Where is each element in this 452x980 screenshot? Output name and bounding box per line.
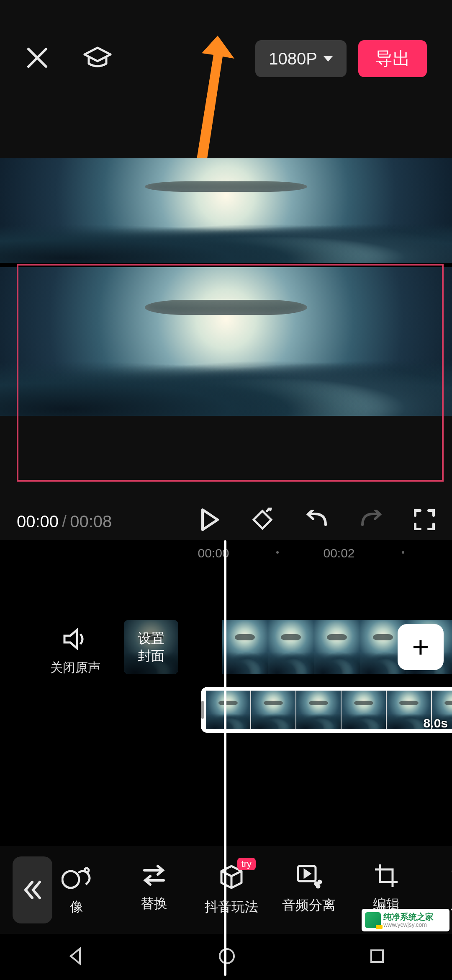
playback-controls — [199, 508, 435, 536]
watermark-logo — [365, 912, 381, 928]
add-clip-button[interactable]: + — [398, 624, 444, 670]
watermark: 纯净系统之家 www.ycwjsy.com — [362, 909, 449, 931]
chevron-left-double-icon — [23, 879, 42, 900]
play-button[interactable] — [199, 508, 220, 535]
set-cover-button[interactable]: 设置 封面 — [124, 620, 178, 674]
crop-icon — [374, 864, 398, 888]
ruler-tick — [402, 551, 404, 554]
nav-back[interactable] — [67, 947, 85, 967]
replace-icon — [140, 864, 168, 887]
mute-original-audio[interactable]: 关闭原声 — [46, 628, 105, 676]
tool-label: 替换 — [141, 895, 167, 913]
svg-point-7 — [62, 871, 79, 888]
tool-label: 层级 — [450, 895, 452, 914]
speaker-icon — [63, 628, 88, 650]
top-bar-right: 1080P 导出 — [255, 40, 427, 77]
watermark-url: www.ycwjsy.com — [383, 922, 434, 928]
tool-label: 像 — [70, 898, 83, 916]
fullscreen-button[interactable] — [413, 509, 435, 534]
clip-thumbnail — [268, 620, 314, 674]
watermark-title: 纯净系统之家 — [383, 913, 434, 921]
nav-home[interactable] — [218, 947, 236, 967]
mirror-icon — [62, 864, 92, 890]
ruler-mark: 00:02 — [323, 546, 354, 560]
playback-bar: 00:00 / 00:08 — [0, 503, 452, 540]
clip-thumbnail — [314, 620, 360, 674]
close-button[interactable] — [25, 46, 49, 72]
top-bar: 1080P 导出 — [0, 0, 452, 117]
tool-label: 音频分离 — [282, 896, 336, 915]
top-bar-left — [25, 45, 112, 72]
track-area: 关闭原声 设置 封面 + — [0, 565, 452, 808]
pip-frames — [206, 691, 452, 729]
total-time: 00:08 — [70, 512, 112, 531]
try-badge: try — [237, 858, 256, 870]
svg-point-13 — [220, 949, 234, 963]
clip-thumbnail — [222, 620, 268, 674]
undo-button[interactable] — [305, 510, 329, 534]
audio-separate-icon — [295, 864, 322, 889]
svg-point-8 — [85, 868, 89, 872]
redo-button[interactable] — [359, 510, 383, 534]
svg-rect-14 — [371, 950, 383, 962]
selection-frame[interactable] — [17, 264, 444, 482]
chevron-down-icon — [323, 56, 333, 62]
time-separator: / — [62, 512, 67, 531]
video-preview[interactable] — [0, 159, 452, 415]
svg-line-5 — [270, 508, 271, 510]
clip-handle-left[interactable] — [201, 687, 204, 733]
playhead[interactable] — [224, 540, 226, 976]
export-button[interactable]: 导出 — [358, 40, 427, 77]
cover-label: 设置 封面 — [138, 629, 164, 665]
timeline[interactable]: 00:00 00:02 关闭原声 设置 封面 — [0, 540, 452, 875]
tool-audio-separate[interactable]: 音频分离 — [270, 864, 347, 916]
tool-replace[interactable]: 替换 — [115, 864, 193, 916]
svg-point-12 — [317, 885, 319, 887]
tool-douyin-effects[interactable]: try 抖音玩法 — [193, 864, 270, 916]
resolution-dropdown[interactable]: 1080P — [255, 40, 347, 77]
resolution-label: 1080P — [269, 49, 317, 68]
tutorial-button[interactable] — [83, 45, 112, 72]
current-time: 00:00 — [17, 512, 59, 531]
mute-label: 关闭原声 — [46, 659, 105, 676]
layers-icon — [450, 864, 452, 888]
plus-icon: + — [412, 630, 429, 664]
pip-duration: 8.0s — [424, 716, 448, 730]
keyframe-button[interactable] — [250, 508, 275, 536]
nav-recents[interactable] — [369, 948, 385, 966]
pip-track-selected[interactable]: 8.0s — [201, 687, 452, 733]
export-label: 导出 — [375, 47, 410, 70]
ruler-tick — [276, 551, 279, 554]
tool-label: 抖音玩法 — [205, 898, 258, 916]
video-editor-app: 1080P 导出 00:00 / 00:08 — [0, 0, 452, 980]
preview-layer-top — [0, 158, 452, 263]
svg-point-11 — [318, 881, 321, 883]
toolbar-back-button[interactable] — [13, 856, 52, 923]
